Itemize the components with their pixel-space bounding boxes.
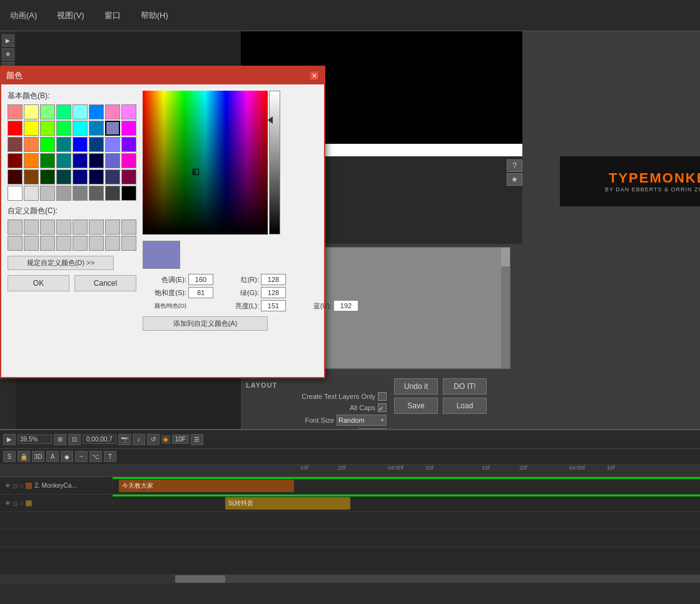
track-solo-icon-2[interactable]: ○ bbox=[20, 500, 23, 506]
custom-swatch-11[interactable] bbox=[40, 236, 55, 251]
brightness-slider[interactable] bbox=[269, 91, 280, 234]
swatch-r4c2[interactable] bbox=[24, 153, 39, 168]
hue-input[interactable] bbox=[188, 274, 213, 285]
menu-help[interactable]: 帮助(H) bbox=[137, 8, 172, 24]
save-button[interactable]: Save bbox=[394, 398, 438, 414]
sat-input[interactable] bbox=[188, 287, 213, 298]
track-lock-icon-2[interactable]: ◻ bbox=[13, 500, 18, 506]
custom-swatch-8[interactable] bbox=[121, 219, 136, 234]
dialog-close-button[interactable]: ✕ bbox=[309, 71, 319, 81]
swatch-r2c5[interactable] bbox=[73, 121, 88, 136]
custom-swatch-13[interactable] bbox=[73, 236, 88, 251]
custom-swatch-1[interactable] bbox=[8, 219, 23, 234]
swatch-r2c1[interactable] bbox=[8, 121, 23, 136]
track-block-2[interactable]: 玩转抖音 bbox=[225, 497, 350, 510]
spectrum-canvas[interactable] bbox=[143, 91, 268, 234]
swatch-r3c8[interactable] bbox=[121, 137, 136, 152]
swatch-r6c6[interactable] bbox=[89, 186, 104, 201]
swatch-r4c1[interactable] bbox=[8, 153, 23, 168]
tool-select[interactable]: ▶ bbox=[2, 34, 14, 47]
lum-input[interactable] bbox=[261, 300, 286, 311]
swatch-r4c5[interactable] bbox=[73, 153, 88, 168]
tl-btn-label[interactable]: A bbox=[46, 451, 59, 462]
define-custom-colors-button[interactable]: 规定自定义颜色(D) >> bbox=[8, 256, 114, 270]
swatch-r6c5[interactable] bbox=[73, 186, 88, 201]
swatch-r1c1[interactable] bbox=[8, 104, 23, 119]
swatch-r2c6[interactable] bbox=[89, 121, 104, 136]
swatch-r1c4[interactable] bbox=[56, 104, 71, 119]
swatch-r5c8[interactable] bbox=[121, 169, 136, 184]
undo-it-button[interactable]: Undo it bbox=[394, 378, 438, 395]
text-scrollbar[interactable] bbox=[501, 248, 510, 368]
tool-hand[interactable]: ✥ bbox=[2, 48, 14, 61]
swatch-r5c4[interactable] bbox=[56, 169, 71, 184]
swatch-r6c7[interactable] bbox=[105, 186, 120, 201]
tl-btn-2[interactable]: ⊡ bbox=[68, 434, 81, 445]
tl-loop-btn[interactable]: ↺ bbox=[147, 434, 160, 445]
tl-mute-btn[interactable]: ♪ bbox=[133, 434, 145, 445]
custom-swatch-5[interactable] bbox=[73, 219, 88, 234]
swatch-r2c8[interactable] bbox=[121, 121, 136, 136]
ok-button[interactable]: OK bbox=[8, 275, 69, 291]
swatch-r5c3[interactable] bbox=[40, 169, 55, 184]
all-caps-checkbox[interactable] bbox=[378, 403, 387, 412]
tl-cam-btn[interactable]: 📷 bbox=[118, 434, 131, 445]
swatch-r2c4[interactable] bbox=[56, 121, 71, 136]
swatch-r1c2[interactable] bbox=[24, 104, 39, 119]
swatch-r6c4[interactable] bbox=[56, 186, 71, 201]
custom-swatch-10[interactable] bbox=[24, 236, 39, 251]
swatch-r1c5[interactable] bbox=[73, 104, 88, 119]
tl-btn-motion[interactable]: ~ bbox=[75, 451, 88, 462]
custom-swatch-6[interactable] bbox=[89, 219, 104, 234]
load-button[interactable]: Load bbox=[443, 398, 487, 414]
swatch-r6c8[interactable] bbox=[121, 186, 136, 201]
tl-scroll-track[interactable] bbox=[175, 575, 700, 583]
swatch-r3c6[interactable] bbox=[89, 137, 104, 152]
tl-play-btn[interactable]: ▶ bbox=[3, 434, 16, 445]
menu-view[interactable]: 视图(V) bbox=[53, 8, 88, 24]
custom-swatch-7[interactable] bbox=[105, 219, 120, 234]
tl-keyframe-btn[interactable]: ◆ bbox=[161, 435, 170, 444]
tl-btn-keys[interactable]: ◆ bbox=[61, 451, 73, 462]
star-button[interactable]: ★ bbox=[507, 173, 522, 186]
tl-settings-btn[interactable]: ☰ bbox=[191, 434, 203, 445]
create-text-layers-checkbox[interactable] bbox=[378, 392, 387, 401]
red-input[interactable] bbox=[261, 274, 286, 285]
swatch-r2c3[interactable] bbox=[40, 121, 55, 136]
swatch-r5c2[interactable] bbox=[24, 169, 39, 184]
swatch-r1c6[interactable] bbox=[89, 104, 104, 119]
swatch-r3c2[interactable] bbox=[24, 137, 39, 152]
green-input[interactable] bbox=[261, 287, 286, 298]
swatch-r4c7[interactable] bbox=[105, 153, 120, 168]
swatch-r1c8[interactable] bbox=[121, 104, 136, 119]
track-solo-icon[interactable]: ○ bbox=[20, 483, 23, 489]
swatch-r4c3[interactable] bbox=[40, 153, 55, 168]
track-color-1[interactable] bbox=[26, 483, 32, 489]
swatch-r5c1[interactable] bbox=[8, 169, 23, 184]
custom-swatch-16[interactable] bbox=[121, 236, 136, 251]
swatch-r1c7[interactable] bbox=[105, 104, 120, 119]
cancel-button[interactable]: Cancel bbox=[74, 275, 136, 291]
swatch-r3c3[interactable] bbox=[40, 137, 55, 152]
custom-swatch-3[interactable] bbox=[40, 219, 55, 234]
track-eye-icon[interactable]: 👁 bbox=[5, 483, 11, 489]
swatch-r2c7[interactable] bbox=[105, 121, 120, 136]
swatch-r3c4[interactable] bbox=[56, 137, 71, 152]
tl-btn-3d[interactable]: 3D bbox=[32, 451, 44, 462]
swatch-r3c5[interactable] bbox=[73, 137, 88, 152]
custom-swatch-15[interactable] bbox=[105, 236, 120, 251]
custom-swatch-12[interactable] bbox=[56, 236, 71, 251]
track-eye-icon-2[interactable]: 👁 bbox=[5, 500, 11, 506]
swatch-r4c4[interactable] bbox=[56, 153, 71, 168]
custom-swatch-4[interactable] bbox=[56, 219, 71, 234]
track-color-2[interactable] bbox=[26, 500, 32, 506]
swatch-r3c7[interactable] bbox=[105, 137, 120, 152]
swatch-r5c6[interactable] bbox=[89, 169, 104, 184]
swatch-r2c2[interactable] bbox=[24, 121, 39, 136]
track-block-1[interactable]: 今天教大家 bbox=[119, 480, 294, 492]
swatch-r3c1[interactable] bbox=[8, 137, 23, 152]
question-button[interactable]: ? bbox=[507, 159, 522, 172]
tl-btn-1[interactable]: ⊞ bbox=[54, 434, 66, 445]
font-size-dropdown[interactable]: Random ▼ bbox=[337, 415, 387, 426]
custom-swatch-2[interactable] bbox=[24, 219, 39, 234]
